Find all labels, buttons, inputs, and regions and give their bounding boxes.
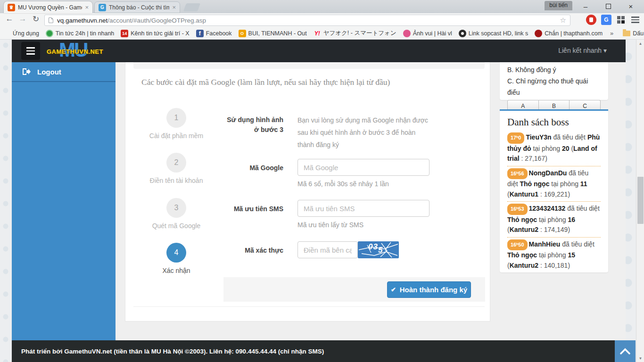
g-favicon-icon: G bbox=[99, 4, 106, 11]
boss-entry: 16ʰ50ManhHieu đã tiêu diệt Thỏ ngọc tại … bbox=[507, 239, 601, 273]
step-4: 4 Xác nhận bbox=[134, 243, 219, 274]
maximize-button[interactable] bbox=[603, 2, 613, 10]
sms-code-input[interactable] bbox=[297, 200, 429, 217]
chan-circle-icon bbox=[535, 30, 542, 37]
time-badge: 16ʰ53 bbox=[507, 204, 528, 215]
boss-list-title: Danh sách boss bbox=[507, 116, 601, 128]
step-4-number: 4 bbox=[166, 243, 186, 263]
step-1-number: 1 bbox=[166, 108, 186, 128]
back-icon[interactable]: ← bbox=[4, 14, 15, 24]
bookmark-kenh14[interactable]: 14 Kênh tin tức giải trí - X bbox=[121, 30, 189, 37]
minimize-button[interactable]: – bbox=[581, 2, 590, 10]
bookmark-outlook[interactable]: O BUI, TIENMANH - Out bbox=[239, 30, 307, 37]
bookmark-label: Link sopcast HD, link s bbox=[469, 30, 528, 37]
logout-icon bbox=[22, 68, 31, 75]
app-header: MU GAMETHUVN.NET Liên kết nhanh ▾ bbox=[12, 40, 626, 62]
captcha-image[interactable]: 035 bbox=[358, 241, 399, 258]
new-tab-button[interactable] bbox=[183, 3, 200, 11]
usage-label: Sử dụng hình ảnh ở bước 3 bbox=[224, 115, 283, 135]
google-code-help: Mã 6 số, mỗi 30s sẽ nhảy 1 lần bbox=[297, 180, 389, 188]
apps-grid-icon bbox=[3, 30, 10, 37]
app-footer: Phát triển bởi GamethuVN.net (tiền thân … bbox=[12, 340, 626, 362]
bookmark-tintuc24h[interactable]: Tin tức 24h | tin nhanh bbox=[46, 30, 114, 37]
refresh-icon[interactable]: ↻ bbox=[30, 14, 41, 24]
submit-label: Hoàn thành đăng ký bbox=[400, 286, 467, 294]
scrollbar-thumb[interactable] bbox=[637, 177, 644, 224]
browser-toolbar: ← → ↻ vq.gamethuvn.net/account/#auth/Goo… bbox=[0, 13, 644, 27]
bookmark-chan[interactable]: Chắn | thapthanh.com bbox=[535, 30, 603, 37]
scroll-to-top-button[interactable] bbox=[615, 340, 636, 362]
bookmark-facebook[interactable]: f Facebook bbox=[196, 30, 232, 37]
panel-divider bbox=[133, 306, 485, 307]
translate-icon[interactable]: G bbox=[601, 15, 611, 25]
step-1-label: Cài đặt phần mềm bbox=[134, 132, 219, 140]
other-bookmarks-label: Dấu trang khác bbox=[633, 30, 644, 37]
scrollbar-down-icon[interactable]: ▼ bbox=[636, 354, 644, 362]
adblock-hand bbox=[589, 17, 593, 22]
badge-14-icon: 14 bbox=[121, 30, 128, 37]
bookmark-label: BUI, TIENMANH - Out bbox=[248, 30, 307, 37]
clock-green-icon bbox=[46, 30, 53, 37]
url-host: vq.gamethuvn.net bbox=[57, 17, 107, 24]
google-code-label: Mã Google bbox=[224, 163, 283, 173]
address-bar[interactable]: vq.gamethuvn.net/account/#auth/GoogleOTP… bbox=[44, 15, 570, 26]
step-2-label: Điền tên tài khoản bbox=[134, 177, 219, 184]
page-scrollbar[interactable]: ▲ ▼ bbox=[636, 40, 644, 362]
bookmark-label: Kênh tin tức giải trí - X bbox=[131, 30, 189, 37]
left-sidebar: Logout bbox=[12, 62, 116, 340]
bookmark-yahoo-auctions[interactable]: Y! ヤフオク! - スマートフォン bbox=[314, 29, 396, 37]
bookmark-apps[interactable]: Ứng dụng bbox=[3, 30, 39, 37]
tab-strip: ♛ MU Vương Quyền - Game × G Thông báo - … bbox=[0, 0, 644, 13]
bookmark-anhvui[interactable]: Ảnh vui | Hài vl bbox=[403, 30, 452, 37]
logout-label: Logout bbox=[37, 68, 61, 76]
tab-active[interactable]: ♛ MU Vương Quyền - Game × bbox=[4, 1, 92, 13]
bookmark-label: Ảnh vui | Hài vl bbox=[413, 30, 452, 37]
captcha-input[interactable] bbox=[297, 241, 358, 258]
google-code-input[interactable] bbox=[297, 159, 429, 176]
poll-option-b: B. Không đồng ý bbox=[507, 64, 601, 75]
window-controls: – × bbox=[581, 0, 640, 12]
tab-inactive[interactable]: G Thông báo - Cuộc thi tìm × bbox=[94, 1, 180, 13]
sms-code-help: Mã ưu tiên lấy từ SMS bbox=[297, 221, 363, 229]
qr-cells bbox=[617, 16, 625, 24]
sidebar-toggle-button[interactable] bbox=[21, 42, 40, 60]
screen: ♛ MU Vương Quyền - Game × G Thông báo - … bbox=[0, 0, 644, 362]
site-logo[interactable]: MU GAMETHUVN.NET bbox=[46, 41, 126, 61]
scrollbar-up-icon[interactable]: ▲ bbox=[636, 40, 644, 47]
url-path: /account/#auth/GoogleOTPreg.asp bbox=[107, 17, 206, 24]
tab-close-icon[interactable]: × bbox=[85, 4, 89, 11]
mu-favicon-icon: ♛ bbox=[8, 4, 15, 11]
bookmark-sopcast[interactable]: Link sopcast HD, link s bbox=[459, 30, 528, 37]
other-bookmarks[interactable]: Dấu trang khác bbox=[623, 30, 644, 37]
close-button[interactable]: × bbox=[626, 2, 636, 10]
time-badge: 17ʰ0 bbox=[507, 132, 524, 144]
browser-menu-icon[interactable] bbox=[630, 15, 640, 25]
step-3-number: 3 bbox=[166, 198, 186, 218]
quick-links-dropdown[interactable]: Liên kết nhanh ▾ bbox=[558, 47, 607, 54]
submit-registration-button[interactable]: ✔ Hoàn thành đăng ký bbox=[387, 281, 471, 298]
tab-close-icon[interactable]: × bbox=[172, 4, 176, 11]
browser-profile-chip[interactable]: bùi tiến bbox=[545, 1, 572, 10]
poll-panel: B. Không đồng ý C. Chỉ ngừng cho thuê qu… bbox=[500, 62, 608, 100]
menu-bars bbox=[631, 16, 639, 23]
yahoo-japan-icon: Y! bbox=[314, 30, 321, 37]
bookmark-label: ヤフオク! - スマートフォン bbox=[323, 29, 396, 37]
time-badge: 16ʰ56 bbox=[507, 168, 528, 180]
boss-entry: 17ʰ0TieuY3n đã tiêu diệt Phù thủy đỏ tại… bbox=[507, 132, 601, 166]
bookmark-label: Tin tức 24h | tin nhanh bbox=[56, 30, 114, 37]
time-badge: 16ʰ50 bbox=[507, 239, 528, 251]
maximize-icon bbox=[606, 4, 611, 9]
logo-domain-text: GAMETHUVN.NET bbox=[47, 48, 103, 55]
captcha-digits: 035 bbox=[368, 242, 383, 252]
usage-description: Bạn vui lòng sử dụng mã Google nhận được… bbox=[297, 114, 433, 151]
bookmark-star-icon[interactable]: ☆ bbox=[560, 16, 566, 25]
qr-extension-icon[interactable] bbox=[616, 15, 626, 25]
forward-icon[interactable]: → bbox=[17, 14, 28, 24]
sidebar-item-logout[interactable]: Logout bbox=[12, 62, 116, 82]
url-text[interactable]: vq.gamethuvn.net/account/#auth/GoogleOTP… bbox=[57, 17, 560, 24]
bookmark-label: Chắn | thapthanh.com bbox=[545, 30, 603, 37]
boss-list-panel: Danh sách boss 17ʰ0TieuY3n đã tiêu diệt … bbox=[500, 109, 608, 272]
adblock-icon[interactable] bbox=[586, 15, 596, 25]
bookmarks-overflow-icon[interactable]: » bbox=[610, 30, 613, 37]
captcha-label: Mã xác thực bbox=[224, 246, 283, 255]
